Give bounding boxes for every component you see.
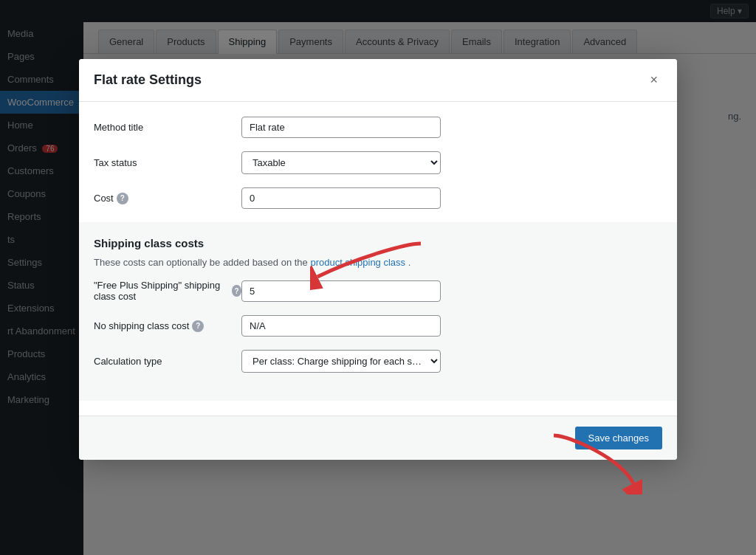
calculation-type-row: Calculation type Per class: Charge shipp… — [94, 350, 662, 373]
tax-status-label: Tax status — [94, 157, 241, 168]
free-plus-shipping-row: "Free Plus Shipping" shipping class cost… — [94, 280, 662, 302]
shipping-class-section: Shipping class costs These costs can opt… — [79, 222, 677, 401]
modal-title: Flat rate Settings — [94, 72, 202, 88]
free-plus-shipping-input[interactable] — [241, 280, 441, 302]
flat-rate-settings-modal: Flat rate Settings × Method title Tax st… — [79, 59, 677, 460]
cost-row: Cost ? — [94, 187, 662, 209]
no-shipping-class-label: No shipping class cost ? — [94, 320, 241, 332]
no-shipping-class-help-icon[interactable]: ? — [192, 320, 204, 332]
method-title-input[interactable] — [241, 117, 441, 138]
tax-status-select[interactable]: Taxable None — [241, 151, 441, 174]
free-plus-shipping-label: "Free Plus Shipping" shipping class cost… — [94, 280, 241, 302]
modal-body: Method title Tax status Taxable None Cos… — [79, 102, 677, 416]
cost-input[interactable] — [241, 187, 441, 209]
calculation-type-select[interactable]: Per class: Charge shipping for each s… P… — [241, 350, 441, 373]
modal-close-button[interactable]: × — [645, 71, 662, 89]
free-plus-shipping-help-icon[interactable]: ? — [232, 285, 241, 297]
cost-help-icon[interactable]: ? — [117, 193, 128, 204]
shipping-class-section-title: Shipping class costs — [94, 237, 662, 249]
cost-label: Cost ? — [94, 193, 241, 204]
product-shipping-class-link[interactable]: product shipping class — [310, 257, 405, 268]
modal-header: Flat rate Settings × — [79, 59, 677, 102]
method-title-label: Method title — [94, 122, 241, 133]
tax-status-row: Tax status Taxable None — [94, 151, 662, 174]
method-title-row: Method title — [94, 117, 662, 138]
shipping-class-section-desc: These costs can optionally be added base… — [94, 257, 662, 268]
calculation-type-label: Calculation type — [94, 356, 241, 367]
no-shipping-class-input[interactable] — [241, 315, 441, 337]
no-shipping-class-row: No shipping class cost ? — [94, 315, 662, 337]
save-changes-button[interactable]: Save changes — [575, 427, 662, 449]
modal-footer: Save changes — [79, 416, 677, 460]
